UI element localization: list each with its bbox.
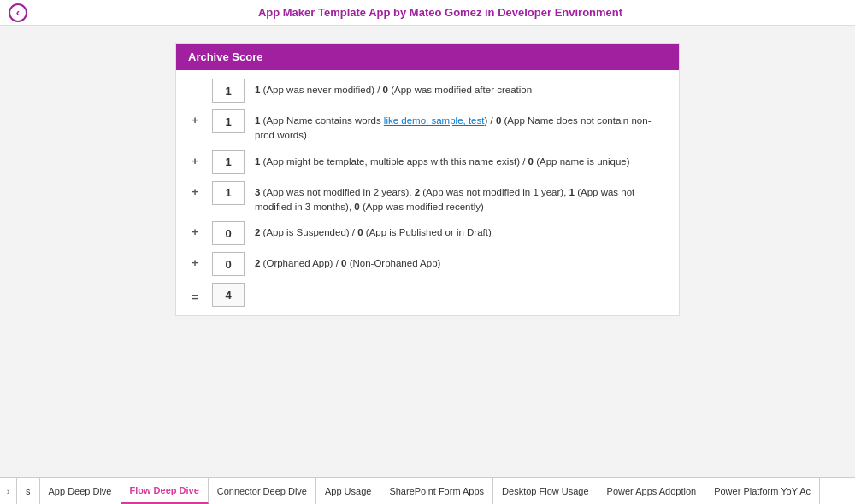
tab-flow-deep-dive[interactable]: Flow Deep Dive bbox=[121, 478, 209, 504]
tab-app-usage[interactable]: App Usage bbox=[316, 478, 380, 504]
score-row-3: + 1 1 (App might be template, multiple a… bbox=[188, 150, 667, 174]
score-desc-4: 3 (App was not modified in 2 years), 2 (… bbox=[255, 181, 667, 215]
score-row-2: + 1 1 (App Name contains words like demo… bbox=[188, 109, 667, 144]
operator-1 bbox=[188, 79, 202, 83]
back-button[interactable]: ‹ bbox=[9, 3, 27, 22]
tab-connector-deep-dive[interactable]: Connector Deep Dive bbox=[209, 478, 316, 504]
score-desc-5: 2 (App is Suspended) / 0 (App is Publish… bbox=[255, 221, 667, 240]
score-value-5: 0 bbox=[212, 221, 245, 245]
operator-5: + bbox=[188, 221, 202, 238]
score-value-3: 1 bbox=[212, 150, 245, 174]
operator-2: + bbox=[188, 109, 202, 126]
total-row: = 4 bbox=[188, 283, 667, 307]
archive-score-card: Archive Score 1 1 (App was never modifie… bbox=[175, 43, 680, 316]
operator-4: + bbox=[188, 181, 202, 198]
tab-desktop-flow-usage[interactable]: Desktop Flow Usage bbox=[493, 478, 598, 504]
operator-3: + bbox=[188, 150, 202, 167]
score-row-6: + 0 2 (Orphaned App) / 0 (Non-Orphaned A… bbox=[188, 252, 667, 276]
total-operator: = bbox=[188, 286, 202, 303]
operator-6: + bbox=[188, 252, 202, 269]
tab-s[interactable]: s bbox=[17, 478, 40, 504]
tab-power-apps-adoption[interactable]: Power Apps Adoption bbox=[598, 478, 706, 504]
score-row-5: + 0 2 (App is Suspended) / 0 (App is Pub… bbox=[188, 221, 667, 245]
score-value-4: 1 bbox=[212, 181, 245, 205]
tab-app-deep-dive[interactable]: App Deep Dive bbox=[40, 478, 121, 504]
score-value-2: 1 bbox=[212, 109, 245, 133]
page-title: App Maker Template App by Mateo Gomez in… bbox=[34, 6, 846, 19]
score-desc-3: 1 (App might be template, multiple apps … bbox=[255, 150, 667, 169]
score-row-1: 1 1 (App was never modified) / 0 (App wa… bbox=[188, 79, 667, 103]
score-desc-6: 2 (Orphaned App) / 0 (Non-Orphaned App) bbox=[255, 252, 667, 271]
main-content: Archive Score 1 1 (App was never modifie… bbox=[0, 26, 855, 477]
score-desc-2: 1 (App Name contains words like demo, sa… bbox=[255, 109, 667, 144]
archive-card-title: Archive Score bbox=[176, 44, 679, 70]
tab-scroll-left[interactable]: › bbox=[0, 478, 17, 504]
bottom-tab-bar: › s App Deep Dive Flow Deep Dive Connect… bbox=[0, 477, 855, 504]
archive-card-body: 1 1 (App was never modified) / 0 (App wa… bbox=[176, 70, 679, 315]
score-value-1: 1 bbox=[212, 79, 245, 103]
score-row-4: + 1 3 (App was not modified in 2 years),… bbox=[188, 181, 667, 215]
tab-sharepoint-form-apps[interactable]: SharePoint Form Apps bbox=[380, 478, 493, 504]
app-header: ‹ App Maker Template App by Mateo Gomez … bbox=[0, 0, 855, 26]
tab-power-platform-yoy[interactable]: Power Platform YoY Ac bbox=[705, 478, 820, 504]
score-value-6: 0 bbox=[212, 252, 245, 276]
total-score: 4 bbox=[212, 283, 245, 307]
score-desc-1: 1 (App was never modified) / 0 (App was … bbox=[255, 79, 667, 97]
